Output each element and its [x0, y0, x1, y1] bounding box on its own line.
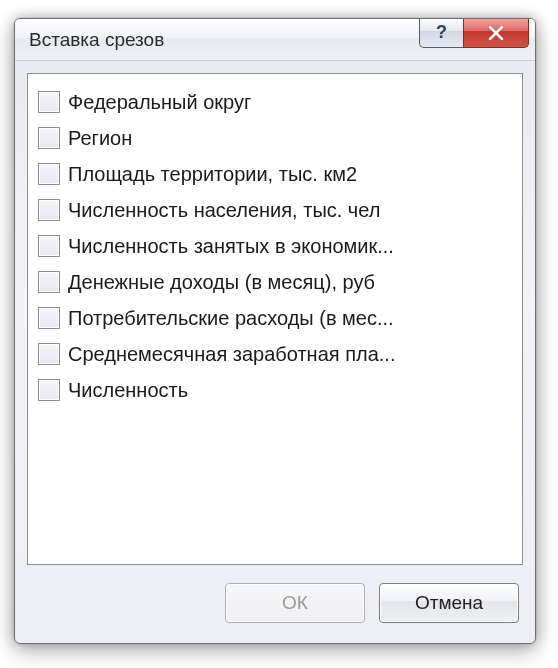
list-item-label: Численность — [68, 379, 188, 402]
list-item-label: Потребительские расходы (в мес... — [68, 307, 394, 330]
title-controls: ? — [419, 18, 529, 48]
list-item[interactable]: Федеральный округ — [38, 84, 514, 120]
checkbox[interactable] — [38, 379, 60, 401]
checkbox[interactable] — [38, 307, 60, 329]
slicer-field-list: Федеральный округ Регион Площадь террито… — [27, 73, 523, 565]
help-icon: ? — [436, 22, 447, 43]
help-button[interactable]: ? — [419, 18, 463, 48]
list-item-label: Численность занятых в экономик... — [68, 235, 394, 258]
list-item-label: Площадь территории, тыс. км2 — [68, 163, 357, 186]
checkbox[interactable] — [38, 91, 60, 113]
list-item-label: Федеральный округ — [68, 91, 251, 114]
titlebar[interactable]: Вставка срезов ? — [15, 19, 535, 61]
checkbox[interactable] — [38, 343, 60, 365]
button-row: ОК Отмена — [27, 577, 523, 629]
close-icon — [486, 25, 506, 41]
checkbox[interactable] — [38, 127, 60, 149]
ok-button[interactable]: ОК — [225, 583, 365, 623]
list-item-label: Денежные доходы (в месяц), руб — [68, 271, 375, 294]
list-item-label: Среднемесячная заработная пла... — [68, 343, 395, 366]
close-button[interactable] — [463, 18, 529, 48]
checkbox[interactable] — [38, 271, 60, 293]
list-item[interactable]: Среднемесячная заработная пла... — [38, 336, 514, 372]
list-item[interactable]: Денежные доходы (в месяц), руб — [38, 264, 514, 300]
dialog-title: Вставка срезов — [29, 29, 164, 51]
list-item[interactable]: Регион — [38, 120, 514, 156]
list-item[interactable]: Площадь территории, тыс. км2 — [38, 156, 514, 192]
list-item[interactable]: Потребительские расходы (в мес... — [38, 300, 514, 336]
list-item[interactable]: Численность занятых в экономик... — [38, 228, 514, 264]
list-item-label: Численность населения, тыс. чел — [68, 199, 380, 222]
checkbox[interactable] — [38, 199, 60, 221]
dialog-window: Вставка срезов ? — [14, 18, 536, 644]
checkbox[interactable] — [38, 163, 60, 185]
cancel-button[interactable]: Отмена — [379, 583, 519, 623]
dialog-shadow: Вставка срезов ? — [14, 18, 536, 644]
client-area: Федеральный округ Регион Площадь террито… — [27, 73, 523, 629]
checkbox[interactable] — [38, 235, 60, 257]
list-item[interactable]: Численность — [38, 372, 514, 408]
list-item-label: Регион — [68, 127, 132, 150]
list-item[interactable]: Численность населения, тыс. чел — [38, 192, 514, 228]
page-background: Вставка срезов ? — [0, 0, 558, 668]
